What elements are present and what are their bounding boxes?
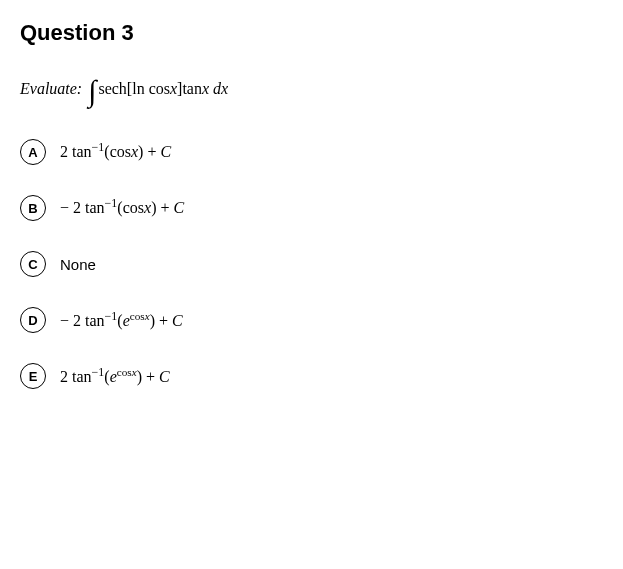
option-text: − 2 tan−1(cosx) + C — [60, 199, 184, 217]
question-title: Question 3 — [20, 20, 603, 46]
option-text: − 2 tan−1(ecosx) + C — [60, 310, 183, 330]
option-text: 2 tan−1(ecosx) + C — [60, 366, 170, 386]
integral-symbol: ∫ — [88, 76, 96, 106]
option-b[interactable]: B − 2 tan−1(cosx) + C — [20, 195, 603, 221]
option-text: None — [60, 256, 96, 273]
integrand: sech[ln cosx]tanx dx — [98, 80, 228, 98]
options-list: A 2 tan−1(cosx) + C B − 2 tan−1(cosx) + … — [20, 139, 603, 389]
prompt-label: Evaluate: — [20, 80, 82, 98]
question-prompt: Evaluate: ∫ sech[ln cosx]tanx dx — [20, 74, 603, 104]
option-letter: B — [20, 195, 46, 221]
option-letter: C — [20, 251, 46, 277]
option-text: 2 tan−1(cosx) + C — [60, 143, 171, 161]
option-d[interactable]: D − 2 tan−1(ecosx) + C — [20, 307, 603, 333]
option-letter: D — [20, 307, 46, 333]
option-letter: A — [20, 139, 46, 165]
option-e[interactable]: E 2 tan−1(ecosx) + C — [20, 363, 603, 389]
option-c[interactable]: C None — [20, 251, 603, 277]
option-letter: E — [20, 363, 46, 389]
option-a[interactable]: A 2 tan−1(cosx) + C — [20, 139, 603, 165]
